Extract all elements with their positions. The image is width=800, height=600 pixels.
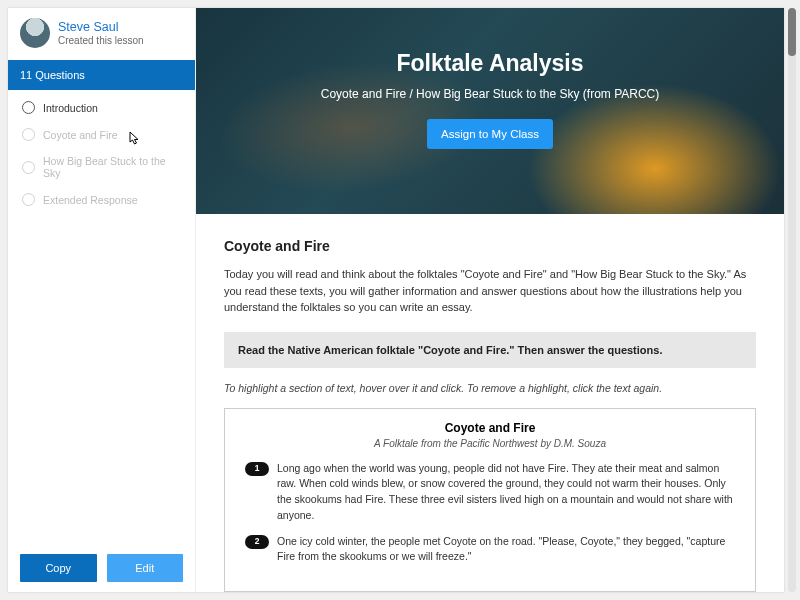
nav-label: Introduction: [43, 102, 98, 114]
question-nav: Introduction Coyote and Fire How Big Bea…: [8, 90, 195, 213]
passage-title: Coyote and Fire: [245, 421, 735, 435]
page-scrollbar[interactable]: [788, 8, 796, 592]
paragraph[interactable]: 1 Long ago when the world was young, peo…: [245, 461, 735, 524]
nav-label: Extended Response: [43, 194, 138, 206]
section-heading: Coyote and Fire: [224, 238, 756, 254]
paragraph[interactable]: 2 One icy cold winter, the people met Co…: [245, 534, 735, 566]
hero-banner: Folktale Analysis Coyote and Fire / How …: [196, 8, 784, 214]
questions-header[interactable]: 11 Questions: [8, 60, 195, 90]
circle-icon: [22, 161, 35, 174]
nav-label: How Big Bear Stuck to the Sky: [43, 155, 181, 179]
copy-button[interactable]: Copy: [20, 554, 97, 582]
nav-item-introduction[interactable]: Introduction: [8, 94, 195, 121]
paragraph-text[interactable]: One icy cold winter, the people met Coyo…: [277, 534, 735, 566]
paragraph-number-badge: 1: [245, 462, 269, 476]
edit-button[interactable]: Edit: [107, 554, 184, 582]
passage-subtitle: A Folktale from the Pacific Northwest by…: [245, 438, 735, 449]
cursor-icon: [126, 131, 140, 147]
scrollbar-thumb[interactable]: [788, 8, 796, 56]
circle-icon: [22, 128, 35, 141]
circle-icon: [22, 101, 35, 114]
lesson-content: Coyote and Fire Today you will read and …: [196, 214, 784, 592]
lesson-subtitle: Coyote and Fire / How Big Bear Stuck to …: [321, 87, 660, 101]
paragraph-number-badge: 2: [245, 535, 269, 549]
highlight-tip: To highlight a section of text, hover ov…: [224, 382, 756, 394]
nav-item-big-bear[interactable]: How Big Bear Stuck to the Sky: [8, 148, 195, 186]
avatar: [20, 18, 50, 48]
author-sub: Created this lesson: [58, 35, 144, 46]
nav-label: Coyote and Fire: [43, 129, 118, 141]
nav-item-extended-response[interactable]: Extended Response: [8, 186, 195, 213]
nav-item-coyote-and-fire[interactable]: Coyote and Fire: [8, 121, 195, 148]
instruction-box: Read the Native American folktale "Coyot…: [224, 332, 756, 368]
assign-button[interactable]: Assign to My Class: [427, 119, 553, 149]
circle-icon: [22, 193, 35, 206]
paragraph-text[interactable]: Long ago when the world was young, peopl…: [277, 461, 735, 524]
sidebar-actions: Copy Edit: [8, 554, 195, 582]
sidebar: Steve Saul Created this lesson 11 Questi…: [8, 8, 196, 592]
author-block: Steve Saul Created this lesson: [8, 8, 195, 60]
main-panel: Folktale Analysis Coyote and Fire / How …: [196, 8, 784, 592]
intro-text: Today you will read and think about the …: [224, 266, 756, 316]
lesson-title: Folktale Analysis: [396, 50, 583, 77]
passage-box[interactable]: Coyote and Fire A Folktale from the Paci…: [224, 408, 756, 593]
author-name[interactable]: Steve Saul: [58, 20, 144, 34]
